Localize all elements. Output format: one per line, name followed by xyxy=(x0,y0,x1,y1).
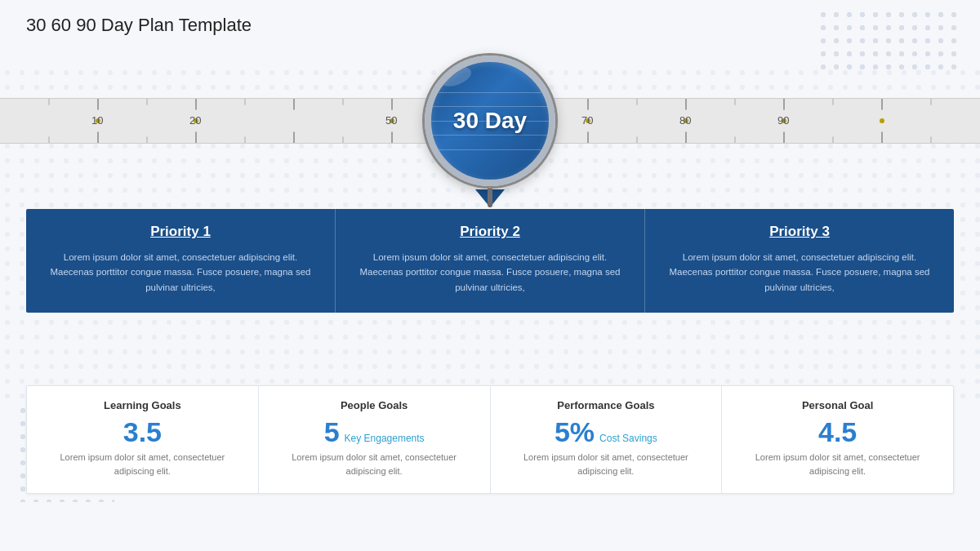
goal-performance-value-row: 5% Cost Savings xyxy=(506,418,707,446)
svg-point-40 xyxy=(390,118,394,123)
goal-performance-value: 5% xyxy=(555,418,595,446)
svg-point-38 xyxy=(96,118,100,123)
svg-text:20: 20 xyxy=(189,114,201,127)
goal-people-text: Lorem ipsum dolor sit amet, consectetuer… xyxy=(274,451,475,478)
goals-section: Learning Goals 3.5 Lorem ipsum dolor sit… xyxy=(26,385,954,494)
priority-card-3: Priority 3 Lorem ipsum dolor sit amet, c… xyxy=(645,209,954,313)
priority-1-text: Lorem ipsum dolor sit amet, consectetuer… xyxy=(44,250,317,295)
goal-personal-title: Personal Goal xyxy=(737,399,938,411)
goal-people-title: People Goals xyxy=(274,399,475,411)
svg-text:50: 50 xyxy=(385,114,397,127)
goal-personal-text: Lorem ipsum dolor sit amet, consectetuer… xyxy=(737,451,938,478)
goal-personal-value: 4.5 xyxy=(737,418,938,446)
svg-point-43 xyxy=(684,118,688,123)
priority-3-title: Priority 3 xyxy=(663,224,936,240)
goal-card-performance: Performance Goals 5% Cost Savings Lorem … xyxy=(491,386,723,493)
priority-1-title: Priority 1 xyxy=(44,224,317,240)
goal-learning-text: Lorem ipsum dolor sit amet, consectetuer… xyxy=(42,451,243,478)
goal-people-value: 5 xyxy=(324,418,340,446)
svg-text:80: 80 xyxy=(679,114,691,127)
goal-card-personal: Personal Goal 4.5 Lorem ipsum dolor sit … xyxy=(722,386,953,493)
goal-performance-text: Lorem ipsum dolor sit amet, consectetuer… xyxy=(506,451,707,478)
page-title: 30 60 90 Day Plan Template xyxy=(26,15,252,36)
goal-people-label: Key Engagements xyxy=(345,433,425,444)
priority-section: Priority 1 Lorem ipsum dolor sit amet, c… xyxy=(26,209,954,313)
magnifier-label: 30 Day xyxy=(453,109,527,132)
priority-card-2: Priority 2 Lorem ipsum dolor sit amet, c… xyxy=(336,209,645,313)
magnifier-container: 30 Day xyxy=(425,56,555,207)
svg-point-44 xyxy=(782,118,786,123)
goal-people-value-row: 5 Key Engagements xyxy=(274,418,475,446)
goal-learning-value: 3.5 xyxy=(42,418,243,446)
goal-performance-title: Performance Goals xyxy=(506,399,707,411)
svg-text:90: 90 xyxy=(777,114,789,127)
magnifier-circle: 30 Day xyxy=(425,56,555,186)
priority-2-text: Lorem ipsum dolor sit amet, consectetuer… xyxy=(354,250,626,295)
magnifier-handle xyxy=(488,183,492,207)
priority-3-text: Lorem ipsum dolor sit amet, consectetuer… xyxy=(663,250,936,295)
dot-pattern-right xyxy=(817,8,964,73)
svg-text:70: 70 xyxy=(581,114,593,127)
svg-point-39 xyxy=(194,118,198,123)
goal-performance-label: Cost Savings xyxy=(599,433,657,444)
priority-card-1: Priority 1 Lorem ipsum dolor sit amet, c… xyxy=(26,209,336,313)
goal-learning-title: Learning Goals xyxy=(42,399,243,411)
svg-point-42 xyxy=(586,118,590,123)
priority-2-title: Priority 2 xyxy=(354,224,626,240)
goal-card-learning: Learning Goals 3.5 Lorem ipsum dolor sit… xyxy=(27,386,259,493)
svg-text:10: 10 xyxy=(91,114,103,127)
svg-point-45 xyxy=(880,118,884,123)
goal-card-people: People Goals 5 Key Engagements Lorem ips… xyxy=(259,386,491,493)
